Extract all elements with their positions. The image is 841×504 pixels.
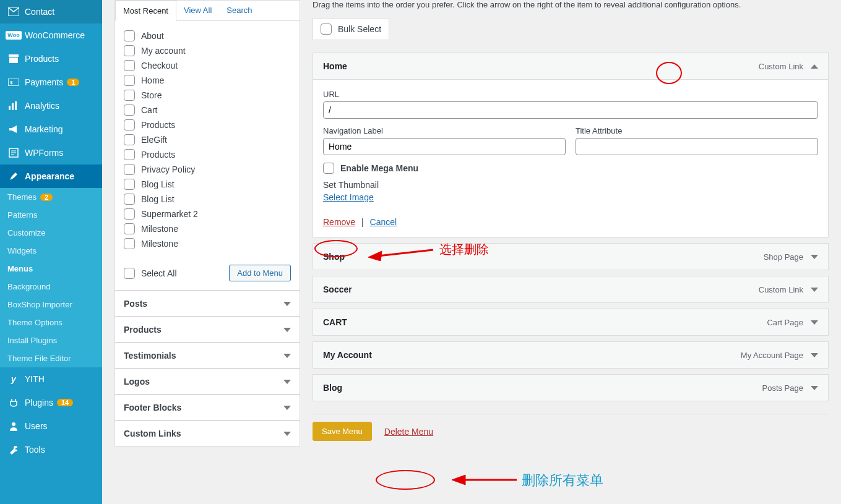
select-all-label[interactable]: Select All — [124, 268, 177, 279]
page-item[interactable]: Store — [124, 88, 291, 103]
bulk-select-checkbox[interactable] — [321, 23, 332, 35]
page-item[interactable]: Milestone — [124, 221, 291, 236]
delete-menu-link[interactable]: Delete Menu — [384, 427, 433, 437]
submenu-item-boxshop-importer[interactable]: BoxShop Importer — [0, 296, 102, 314]
accordion-head[interactable]: Testimonials — [115, 343, 300, 368]
page-checkbox[interactable] — [124, 194, 135, 205]
sidebar-item-products[interactable]: Products — [0, 47, 102, 70]
page-item[interactable]: Products — [124, 117, 291, 132]
submenu-item-theme-options[interactable]: Theme Options — [0, 314, 102, 331]
submenu-item-theme-file-editor[interactable]: Theme File Editor — [0, 349, 102, 367]
accordion-head[interactable]: Footer Blocks — [115, 395, 300, 420]
page-item[interactable]: About — [124, 28, 291, 43]
select-all-checkbox[interactable] — [124, 268, 135, 279]
sidebar-item-woocommerce[interactable]: Woo WooCommerce — [0, 23, 102, 47]
page-checkbox[interactable] — [124, 164, 135, 175]
menu-item-head[interactable]: Home Custom Link — [313, 53, 828, 79]
chevron-down-icon — [283, 328, 291, 332]
submenu-item-widgets[interactable]: Widgets — [0, 242, 102, 260]
page-item[interactable]: Supermarket 2 — [124, 207, 291, 221]
page-checkbox[interactable] — [124, 119, 135, 130]
page-item[interactable]: Checkout — [124, 58, 291, 73]
accordion-title: Logos — [124, 377, 150, 387]
page-checkbox[interactable] — [124, 45, 135, 56]
bulk-select-label: Bulk Select — [338, 24, 381, 34]
bulk-select-row[interactable]: Bulk Select — [313, 18, 389, 40]
accordion-head[interactable]: Products — [115, 317, 300, 342]
title-attr-input[interactable] — [576, 138, 818, 155]
menu-item-head[interactable]: CART Cart Page — [313, 309, 828, 335]
menu-item-type: Custom Link — [759, 285, 803, 294]
page-checkbox[interactable] — [124, 149, 135, 160]
submenu-item-background[interactable]: Background — [0, 278, 102, 296]
mega-menu-checkbox[interactable] — [323, 163, 334, 174]
submenu-item-themes[interactable]: Themes2 — [0, 188, 102, 206]
page-checkbox[interactable] — [124, 223, 135, 234]
submenu-item-customize[interactable]: Customize — [0, 224, 102, 242]
save-menu-button[interactable]: Save Menu — [313, 422, 372, 441]
chevron-down-icon[interactable] — [811, 353, 818, 357]
url-input[interactable] — [323, 101, 818, 119]
menu-item-head[interactable]: Soccer Custom Link — [313, 276, 828, 302]
tab-view-all[interactable]: View All — [176, 1, 219, 20]
chevron-up-icon[interactable] — [811, 64, 818, 69]
page-item[interactable]: Blog List — [124, 177, 291, 192]
menu-item-head[interactable]: Blog Posts Page — [313, 375, 828, 401]
page-item[interactable]: Milestone — [124, 236, 291, 251]
page-checkbox[interactable] — [124, 30, 135, 41]
menu-item-head[interactable]: Shop Shop Page — [313, 244, 828, 270]
page-item[interactable]: EleGift — [124, 132, 291, 147]
sidebar-item-appearance[interactable]: Appearance — [0, 164, 102, 188]
menu-item-head[interactable]: My Account My Account Page — [313, 342, 828, 368]
page-item[interactable]: My account — [124, 43, 291, 58]
sidebar-item-contact[interactable]: Contact — [0, 0, 102, 23]
select-image-link[interactable]: Select Image — [323, 192, 374, 202]
cancel-link[interactable]: Cancel — [370, 217, 397, 227]
page-checkbox[interactable] — [124, 75, 135, 86]
annotation-circle-delete — [376, 470, 435, 490]
accordion-head[interactable]: Custom Links — [115, 421, 300, 446]
submenu-item-install-plugins[interactable]: Install Plugins — [0, 331, 102, 349]
page-item[interactable]: Blog List — [124, 192, 291, 207]
chevron-down-icon[interactable] — [811, 320, 818, 325]
submenu-item-menus[interactable]: Menus — [0, 260, 102, 278]
page-checkbox[interactable] — [124, 60, 135, 71]
tab-search[interactable]: Search — [219, 1, 259, 20]
page-checkbox[interactable] — [124, 134, 135, 145]
svg-rect-1 — [9, 54, 19, 57]
page-checkbox[interactable] — [124, 105, 135, 116]
remove-item-link[interactable]: Remove — [323, 217, 355, 227]
page-item[interactable]: Privacy Policy — [124, 162, 291, 177]
page-checkbox[interactable] — [124, 179, 135, 190]
accordion-head[interactable]: Posts — [115, 291, 300, 316]
sidebar-item-plugins[interactable]: Plugins 14 — [0, 391, 102, 414]
menu-item-home: Home Custom Link URL Navigation Label Ti… — [313, 53, 829, 237]
add-to-menu-button[interactable]: Add to Menu — [229, 265, 291, 281]
page-label: Milestone — [141, 224, 178, 234]
page-label: Milestone — [141, 239, 178, 249]
sidebar-item-wpforms[interactable]: WPForms — [0, 141, 102, 164]
sidebar-label: Appearance — [25, 171, 74, 181]
sidebar-label: WooCommerce — [25, 30, 85, 40]
page-item[interactable]: Products — [124, 147, 291, 162]
page-item[interactable]: Home — [124, 73, 291, 88]
sidebar-item-users[interactable]: Users — [0, 414, 102, 438]
submenu-item-patterns[interactable]: Patterns — [0, 206, 102, 224]
chevron-down-icon — [283, 302, 291, 306]
mega-menu-row[interactable]: Enable Mega Menu — [323, 163, 818, 174]
sidebar-item-marketing[interactable]: Marketing — [0, 117, 102, 141]
page-checkbox[interactable] — [124, 90, 135, 101]
chevron-down-icon[interactable] — [811, 288, 818, 292]
sidebar-item-yith[interactable]: y YITH — [0, 367, 102, 391]
page-checkbox[interactable] — [124, 208, 135, 220]
nav-label-input[interactable] — [323, 138, 566, 155]
tab-most-recent[interactable]: Most Recent — [115, 1, 176, 21]
accordion-head[interactable]: Logos — [115, 369, 300, 394]
chevron-down-icon[interactable] — [811, 255, 818, 259]
sidebar-item-payments[interactable]: $ Payments 1 — [0, 70, 102, 94]
page-item[interactable]: Cart — [124, 103, 291, 117]
page-checkbox[interactable] — [124, 238, 135, 249]
chevron-down-icon[interactable] — [811, 386, 818, 390]
sidebar-item-tools[interactable]: Tools — [0, 438, 102, 461]
sidebar-item-analytics[interactable]: Analytics — [0, 94, 102, 117]
